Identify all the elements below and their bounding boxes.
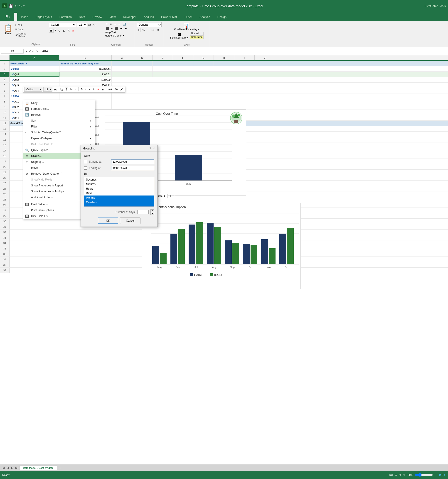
tab-file[interactable]: File <box>2 12 14 21</box>
menu-item-expand-collapse[interactable]: Expand/Collapse ▶ <box>23 135 95 141</box>
col-header-J[interactable]: J <box>255 55 275 60</box>
increase-indent-button[interactable]: ➡ <box>124 27 128 30</box>
number-format-select[interactable]: General <box>137 22 162 27</box>
tab-power-pivot[interactable]: Power Pivot <box>157 13 180 21</box>
quick-access-save[interactable]: 💾 <box>9 4 13 8</box>
col-header-H[interactable]: H <box>214 55 234 60</box>
tab-addins[interactable]: Add-Ins <box>140 13 157 21</box>
ending-at-input[interactable] <box>111 166 154 170</box>
by-seconds[interactable]: Seconds <box>84 177 154 182</box>
merge-center-button[interactable]: Merge & Center ▾ <box>105 34 128 37</box>
col-header-B[interactable]: B <box>60 55 112 60</box>
mini-font-select[interactable]: Calibri <box>24 87 42 92</box>
cell-D3[interactable] <box>132 72 153 77</box>
mini-align[interactable]: ≡ <box>88 88 91 91</box>
by-minutes[interactable]: Minutes <box>84 182 154 186</box>
formula-input[interactable] <box>41 50 447 53</box>
cell-B1[interactable]: Sum of My house electricity cost <box>60 61 112 66</box>
cell-G1[interactable] <box>193 61 214 66</box>
by-months[interactable]: Months <box>84 195 154 200</box>
cell-F1[interactable] <box>173 61 193 66</box>
mini-highlight[interactable]: A <box>92 88 95 91</box>
mini-decrease-decimal[interactable]: .00 <box>114 88 118 91</box>
cell-E2[interactable] <box>153 66 173 72</box>
conditional-formatting-button[interactable]: 📊 Conditional Formatting ▾ <box>169 22 204 31</box>
tab-insert[interactable]: Insert <box>17 13 32 21</box>
menu-item-subtotal[interactable]: ✓ Subtotal "Date (Quarter)" <box>23 129 95 135</box>
by-days[interactable]: Days <box>84 191 154 195</box>
col-header-D[interactable]: D <box>132 55 153 60</box>
sheet-scroll-right-last[interactable]: ▶| <box>14 466 19 470</box>
comma-button[interactable]: , <box>147 28 149 32</box>
tab-page-layout[interactable]: Page Layout <box>32 13 56 21</box>
sheet-scroll-left-first[interactable]: |◀ <box>1 466 6 470</box>
by-hours[interactable]: Hours <box>84 186 154 191</box>
increase-decimal-button[interactable]: +.0 <box>150 28 155 32</box>
align-center-button[interactable]: ≡ <box>110 27 114 30</box>
copy-button[interactable]: ⧉ Copy <box>14 27 27 31</box>
align-left-button[interactable]: ⬛ <box>105 27 110 30</box>
col-header-C[interactable]: C <box>112 55 132 60</box>
sheet-tab-data-model[interactable]: Data Model - Cost by date <box>20 466 57 470</box>
merge-dropdown-arrow[interactable]: ▾ <box>123 34 124 37</box>
by-years[interactable]: Years <box>84 205 154 207</box>
mini-paint-format[interactable]: 🖌 <box>119 88 124 91</box>
grouping-close-button[interactable]: ✕ <box>153 147 155 150</box>
cell-C3[interactable] <box>112 72 132 77</box>
mini-percent[interactable]: % <box>69 88 73 91</box>
font-name-select[interactable]: Calibri <box>49 22 76 27</box>
mini-size-select[interactable]: 11 <box>43 87 52 92</box>
menu-item-sort[interactable]: Sort ▶ <box>23 118 95 124</box>
grouping-help-button[interactable]: ? <box>149 147 151 150</box>
underline-button[interactable]: U <box>57 29 61 33</box>
sheet-scroll-left[interactable]: ◀ <box>6 466 10 470</box>
decrease-font-button[interactable]: A↓ <box>92 23 96 27</box>
cell-C2[interactable] <box>112 66 132 72</box>
cell-reference-input[interactable] <box>1 49 24 53</box>
calc-style-button[interactable]: Calculation <box>190 35 204 39</box>
cell-A1[interactable]: Row Labels ▼ <box>10 61 60 66</box>
mini-comma[interactable]: › <box>74 88 77 91</box>
paste-button[interactable]: 📋 Paste <box>2 23 14 36</box>
by-quarters[interactable]: Quarters <box>84 200 154 205</box>
increase-font-button[interactable]: A↑ <box>88 23 92 27</box>
mini-decrease-font[interactable]: A↓ <box>59 87 64 91</box>
collapse-chart-button[interactable]: − <box>173 194 176 198</box>
status-view-page-break[interactable]: ⊟ <box>403 473 405 477</box>
tab-view[interactable]: View <box>106 13 119 21</box>
menu-item-format-cells[interactable]: 🔲 Format Cells... <box>23 106 95 112</box>
grouping-ok-button[interactable]: OK <box>98 218 118 224</box>
col-header-F[interactable]: F <box>173 55 193 60</box>
mini-font-color[interactable]: A <box>96 88 100 91</box>
orientation-button[interactable]: 🔄 <box>122 22 127 26</box>
cell-H1[interactable] <box>214 61 234 66</box>
font-size-select[interactable]: 11 <box>77 22 87 27</box>
cell-B3[interactable]: $488.31 <box>60 72 112 77</box>
percent-button[interactable]: % <box>141 28 146 32</box>
menu-item-refresh[interactable]: 🔄 Refresh <box>23 112 95 118</box>
zoom-slider[interactable] <box>415 473 433 477</box>
col-header-I[interactable]: I <box>234 55 255 60</box>
cell-B4[interactable]: $387.59 <box>60 77 112 82</box>
cell-E1[interactable] <box>153 61 173 66</box>
menu-item-filter[interactable]: Filter ▶ <box>23 124 95 129</box>
cell-B2[interactable]: $2,062.44 <box>60 66 112 72</box>
fill-color-button[interactable]: A <box>67 29 71 33</box>
mini-borders[interactable]: ⊞ <box>101 88 105 91</box>
mini-currency[interactable]: $ <box>65 87 68 91</box>
expand-chart-button[interactable]: + <box>170 194 172 198</box>
menu-item-copy[interactable]: 📋 Copy <box>23 100 95 106</box>
cut-button[interactable]: ✂ Cut <box>14 23 27 27</box>
quick-access-undo[interactable]: ↩ <box>14 4 17 8</box>
italic-button[interactable]: I <box>54 29 57 33</box>
insert-function-icon[interactable]: fx <box>36 49 38 53</box>
currency-button[interactable]: $ <box>137 28 141 32</box>
by-list[interactable]: Seconds Minutes Hours Days Months Quarte… <box>84 177 154 207</box>
normal-style-button[interactable]: Normal <box>190 32 204 35</box>
num-days-input[interactable] <box>137 210 149 214</box>
cell-D2[interactable] <box>132 66 153 72</box>
mini-bold[interactable]: B <box>80 88 83 91</box>
sheet-scroll-right[interactable]: ▶ <box>10 466 14 470</box>
cell-D1[interactable] <box>132 61 153 66</box>
decrease-decimal-button[interactable]: .0 <box>156 28 160 32</box>
